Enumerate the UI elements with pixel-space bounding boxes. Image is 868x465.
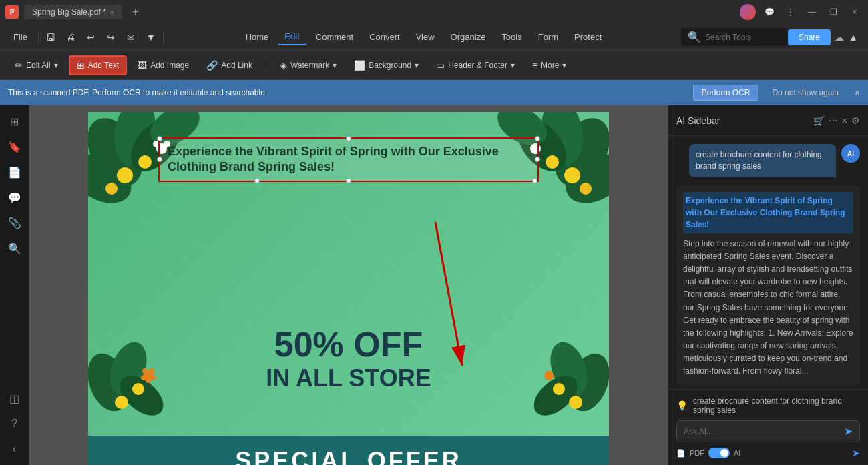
user-message: create brochure content for clothing bra…: [676, 144, 860, 177]
dropdown-icon[interactable]: ▼: [142, 28, 160, 47]
flowers-topleft: [88, 112, 222, 259]
footer-ai-label: AI: [734, 449, 740, 457]
handle-bottom-center[interactable]: [346, 178, 351, 183]
close-button[interactable]: ×: [847, 4, 863, 20]
sidebar-nav-left[interactable]: ‹: [4, 438, 25, 460]
save-icon[interactable]: 🖫: [41, 28, 60, 47]
menu-comment[interactable]: Comment: [309, 29, 360, 45]
sale-store: IN ALL STORE: [88, 364, 609, 392]
search-tools-input[interactable]: 🔍: [681, 28, 788, 46]
more-button[interactable]: ≡ More ▾: [525, 57, 574, 74]
toolbar-icons: 🖫 🖨 ↩ ↪ ✉ ▼: [41, 28, 160, 47]
special-offer-text: SPECIAL OFFER: [235, 447, 461, 466]
editable-text-box[interactable]: Experience the Vibrant Spirit of Spring …: [158, 137, 539, 182]
handle-left[interactable]: [157, 157, 162, 162]
more-icon: ≡: [532, 60, 537, 71]
svg-point-18: [580, 183, 592, 195]
chat-icon[interactable]: 💬: [761, 4, 777, 20]
left-sidebar: ⊞ 🔖 📄 💬 📎 🔍 ◫ ? ‹: [0, 105, 29, 465]
file-menu[interactable]: File: [5, 29, 35, 45]
sidebar-search-icon[interactable]: 🔍: [4, 238, 25, 259]
background-button[interactable]: ⬜ Background ▾: [347, 57, 425, 74]
search-field[interactable]: [705, 33, 772, 42]
handle-top-left[interactable]: [157, 136, 162, 141]
sidebar-attachment-icon[interactable]: 📎: [4, 212, 25, 234]
add-text-icon: ⊞: [77, 60, 85, 71]
header-footer-button[interactable]: ▭ Header & Footer ▾: [429, 57, 521, 74]
print-icon[interactable]: 🖨: [61, 28, 80, 47]
share-button[interactable]: Share: [788, 29, 831, 45]
edit-toolbar: ✏ Edit All ▾ ⊞ Add Text 🖼 Add Image 🔗 Ad…: [0, 51, 868, 80]
footer-bottom-row: 📄 PDF AI ➤: [676, 448, 860, 458]
add-text-button[interactable]: ⊞ Add Text: [69, 55, 127, 75]
ai-response-body: Step into the season of renewal with our…: [683, 238, 853, 378]
sidebar-layers-icon[interactable]: ◫: [4, 388, 25, 409]
menu-convert[interactable]: Convert: [363, 29, 407, 45]
perform-ocr-button[interactable]: Perform OCR: [693, 85, 759, 101]
sale-section: 50% OFF IN ALL STORE: [88, 324, 609, 392]
menu-form[interactable]: Form: [531, 29, 565, 45]
add-image-button[interactable]: 🖼 Add Image: [131, 57, 196, 74]
ocr-dismiss-button[interactable]: Do not show again: [765, 85, 845, 100]
header-footer-label: Header & Footer: [448, 61, 507, 70]
edit-all-label: Edit All: [26, 61, 51, 70]
new-tab-button[interactable]: +: [128, 4, 144, 20]
tab-close-icon[interactable]: ×: [110, 9, 114, 16]
handle-bottom-left[interactable]: [254, 178, 260, 183]
menu-items: Home Edit Comment Convert View Organize …: [166, 29, 681, 45]
image-icon: 🖼: [138, 60, 147, 71]
cart-icon[interactable]: 🛒: [813, 115, 825, 126]
add-link-button[interactable]: 🔗 Add Link: [200, 57, 259, 74]
menu-protect[interactable]: Protect: [568, 29, 608, 45]
ai-messages: create brochure content for clothing bra…: [668, 136, 868, 389]
menu-home[interactable]: Home: [239, 29, 276, 45]
add-link-label: Add Link: [221, 61, 252, 70]
handle-bottom-right[interactable]: [532, 178, 537, 183]
handle-top[interactable]: [346, 136, 351, 141]
handle-top-right[interactable]: [535, 136, 540, 141]
send-icon[interactable]: ➤: [844, 425, 853, 438]
redo-icon[interactable]: ↪: [101, 28, 120, 47]
ai-input-field[interactable]: [684, 427, 840, 436]
undo-icon[interactable]: ↩: [81, 28, 100, 47]
ai-toggle[interactable]: [708, 448, 730, 458]
more-options-icon[interactable]: ⋮: [783, 4, 799, 20]
add-text-label: Add Text: [88, 61, 119, 70]
watermark-button[interactable]: ◈ Watermark ▾: [273, 57, 343, 74]
active-tab[interactable]: Spring Big Sale.pdf * ×: [24, 5, 122, 19]
main-content: ⊞ 🔖 📄 💬 📎 🔍 ◫ ? ‹: [0, 105, 868, 465]
ai-sidebar-footer: 💡 create brochure content for clothing b…: [668, 389, 868, 465]
maximize-button[interactable]: ❐: [825, 4, 841, 20]
user-prompt-bubble: create brochure content for clothing bra…: [689, 144, 836, 177]
email-icon[interactable]: ✉: [122, 28, 140, 47]
svg-point-17: [546, 155, 559, 169]
sidebar-bookmark-icon[interactable]: 🔖: [4, 136, 25, 157]
footer-prompt-row: 💡 create brochure content for clothing b…: [676, 396, 860, 415]
canvas-area: Experience the Vibrant Spirit of Spring …: [29, 105, 668, 465]
menu-view[interactable]: View: [409, 29, 441, 45]
handle-right[interactable]: [535, 157, 540, 162]
arrow-right-icon[interactable]: ➤: [852, 448, 860, 458]
sidebar-help-icon[interactable]: ?: [4, 413, 25, 434]
cloud-icon[interactable]: ☁: [835, 32, 844, 43]
sidebar-page-icon[interactable]: 📄: [4, 161, 25, 183]
more-label: More: [541, 61, 559, 70]
menu-organize[interactable]: Organize: [444, 29, 493, 45]
settings-icon[interactable]: ⚙: [851, 115, 860, 126]
flowers-topright: [475, 112, 609, 259]
sidebar-home-icon[interactable]: ⊞: [4, 111, 25, 132]
menubar: File 🖫 🖨 ↩ ↪ ✉ ▼ Home Edit Comment Conve…: [0, 24, 868, 51]
ai-close-icon[interactable]: ×: [842, 115, 847, 126]
footer-prompt-text: create brochure content for clothing bra…: [693, 396, 860, 415]
menu-edit[interactable]: Edit: [278, 29, 306, 45]
menu-tools[interactable]: Tools: [495, 29, 528, 45]
sidebar-comment-icon[interactable]: 💬: [4, 187, 25, 208]
ocr-close-icon[interactable]: ×: [855, 87, 860, 98]
ai-input-bar[interactable]: ➤: [676, 420, 860, 442]
user-avatar[interactable]: [740, 4, 756, 20]
edit-all-button[interactable]: ✏ Edit All ▾: [8, 57, 65, 74]
expand-icon[interactable]: ▲: [844, 28, 863, 47]
minimize-button[interactable]: —: [804, 4, 820, 20]
more-dots-icon[interactable]: ⋯: [829, 115, 838, 126]
ocr-message: This is a scanned PDF. Perform OCR to ma…: [8, 88, 686, 97]
